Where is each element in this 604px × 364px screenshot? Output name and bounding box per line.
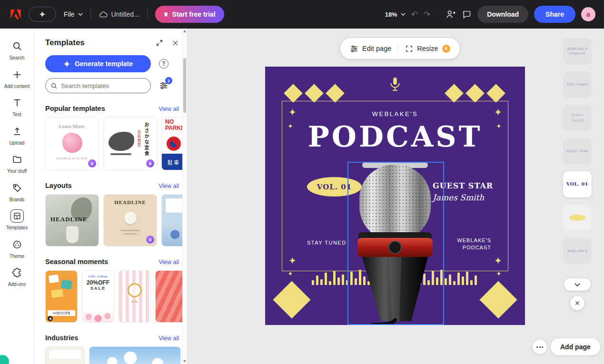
section-title-industries: Industries — [45, 334, 158, 342]
redo-button[interactable]: ↷ — [424, 10, 430, 20]
scroll-down-arrow[interactable] — [183, 360, 186, 363]
rail-collapse-button[interactable] — [564, 278, 591, 291]
template-thumb-no-parking[interactable]: NO PARKING 駐車 — [161, 117, 182, 170]
sparkle-shape[interactable] — [496, 124, 501, 128]
sidebar-item-theme[interactable]: Theme — [1, 236, 33, 261]
close-panel-button[interactable] — [172, 39, 179, 47]
diamond-shape[interactable] — [445, 84, 464, 103]
view-all-seasonal-link[interactable]: View all — [158, 259, 179, 266]
download-button[interactable]: Download — [477, 6, 528, 23]
avatar[interactable]: a — [581, 7, 595, 21]
selection-box[interactable] — [347, 162, 444, 325]
sparkle-shape[interactable] — [289, 257, 296, 264]
share-button[interactable]: Share — [534, 6, 575, 23]
diamond-shape-large[interactable] — [273, 281, 310, 318]
chevron-down-icon — [78, 13, 83, 16]
camera-icon — [48, 316, 53, 321]
comments-button[interactable] — [462, 10, 472, 19]
expand-panel-button[interactable] — [156, 39, 163, 47]
diamond-shape[interactable] — [284, 84, 303, 103]
edit-page-button[interactable]: Edit page — [343, 38, 398, 59]
layer-thumb-oval[interactable] — [563, 205, 592, 231]
template-thumb-japanese-restaurant[interactable]: おさかな定食 名前食堂 ♛ — [103, 117, 157, 170]
layout-thumb-headline-product[interactable]: HEADLINE ♛ — [103, 194, 157, 246]
adobe-logo-icon[interactable] — [10, 10, 21, 19]
resize-button[interactable]: Resize ♛ — [398, 38, 456, 59]
start-free-trial-button[interactable]: ♛ Start free trial — [155, 6, 224, 23]
layer-thumb-stay-tuned[interactable]: STAY TUNED — [563, 71, 592, 98]
invite-collaborators-button[interactable] — [446, 10, 456, 19]
close-icon — [172, 39, 179, 47]
view-all-layouts-link[interactable]: View all — [158, 183, 179, 189]
filter-button[interactable]: 2 — [159, 81, 168, 90]
sidebar-item-label: Text — [12, 112, 21, 118]
diamond-shape[interactable] — [326, 84, 345, 103]
seasonal-thumb-wreath[interactable]: GW — [119, 270, 151, 323]
add-page-button[interactable]: Add page — [551, 338, 600, 355]
document-title[interactable]: Untitled... — [99, 10, 139, 18]
layer-thumb-guest-star[interactable]: GUEST STAR — [563, 138, 592, 164]
sparkle-shape[interactable] — [495, 257, 502, 264]
comment-icon — [462, 10, 472, 19]
text-icon — [10, 96, 24, 109]
undo-button[interactable]: ↶ — [411, 10, 418, 20]
diamond-shape[interactable] — [465, 84, 485, 103]
generate-template-button[interactable]: Generate template — [45, 55, 151, 72]
section-title-layouts: Layouts — [45, 182, 158, 189]
industry-thumb-sky[interactable] — [89, 346, 181, 364]
sparkle-shape[interactable] — [288, 271, 293, 276]
view-all-industries-link[interactable]: View all — [158, 335, 179, 342]
crown-icon: ♛ — [164, 12, 168, 17]
industry-thumb-1[interactable] — [45, 346, 85, 364]
design-brand-top-text[interactable]: WEBLAKE'S — [265, 110, 525, 118]
layout-thumb-blue-floral[interactable] — [161, 194, 182, 246]
diamond-shape[interactable] — [486, 84, 505, 103]
microphone-glyph-icon[interactable] — [388, 76, 402, 93]
rail-close-button[interactable] — [570, 296, 584, 310]
search-templates-input[interactable] — [61, 82, 139, 89]
corner-decoration — [0, 355, 9, 364]
seasonal-thumb-sale[interactable]: 4.1fri - 4.15sun 20%OFF SALE — [82, 270, 114, 323]
sidebar-item-templates[interactable]: Templates — [1, 208, 33, 232]
layer-thumb-brand-top[interactable]: WEBLAKE'S PODCAST — [563, 38, 592, 64]
design-stay-tuned-text[interactable]: STAY TUNED — [307, 240, 347, 246]
seasonal-thumb-gw-travel[interactable]: GW旅行の準備 — [45, 270, 78, 323]
scroll-up-arrow[interactable] — [183, 30, 186, 32]
sidebar-item-add-content[interactable]: Add content — [1, 67, 33, 91]
sparkle-shape[interactable] — [496, 271, 501, 276]
product-jar-illustration — [124, 212, 137, 224]
layer-thumb-guest-name[interactable]: James Smith — [563, 105, 592, 131]
theme-palette-icon — [10, 238, 24, 251]
layout-thumb-headline-photo[interactable]: HEADLINE — [45, 194, 99, 246]
help-button[interactable]: ? — [159, 59, 168, 69]
sidebar-item-brands[interactable]: Brands — [1, 180, 33, 204]
sparkle-shape[interactable] — [495, 108, 502, 116]
template-thumb-learn-more[interactable]: Learn More: EXAMPLE.SITE.COM ♛ — [45, 117, 99, 170]
zoom-control[interactable]: 18% — [385, 11, 406, 18]
no-parking-sign — [167, 137, 181, 151]
search-templates-box[interactable] — [45, 78, 151, 93]
panel-scrollbar[interactable] — [182, 29, 187, 364]
sparkle-shape[interactable] — [288, 124, 293, 128]
sparkle-shape[interactable] — [289, 108, 296, 116]
quick-actions-pill[interactable] — [29, 7, 56, 22]
layer-thumb-brand-bottom[interactable]: WEBLAKE'S — [563, 238, 592, 264]
seasonal-thumb-books[interactable] — [155, 270, 182, 323]
design-artboard[interactable]: WEBLAKE'S PODCAST VOL. 01 GUEST STAR Jam… — [265, 67, 525, 325]
sidebar-item-search[interactable]: Search — [1, 38, 33, 62]
diamond-shape-large[interactable] — [479, 281, 517, 318]
sidebar-item-add-ons[interactable]: Add-ons — [1, 265, 33, 289]
sparkle-icon — [39, 11, 46, 18]
more-options-button[interactable] — [533, 340, 547, 354]
sidebar-item-upload[interactable]: Upload — [1, 123, 33, 148]
layer-thumb-vol-badge[interactable]: VOL. 01 — [563, 171, 592, 197]
sidebar-item-label: Brands — [10, 197, 25, 203]
scrollbar-thumb[interactable] — [183, 58, 186, 113]
design-title-text[interactable]: PODCAST — [265, 120, 525, 153]
file-menu[interactable]: File — [64, 10, 83, 18]
view-all-popular-link[interactable]: View all — [158, 106, 179, 112]
diamond-shape[interactable] — [305, 84, 324, 103]
sidebar-item-your-stuff[interactable]: Your stuff — [1, 151, 33, 176]
expand-icon — [156, 39, 163, 47]
sidebar-item-text[interactable]: Text — [1, 95, 33, 119]
